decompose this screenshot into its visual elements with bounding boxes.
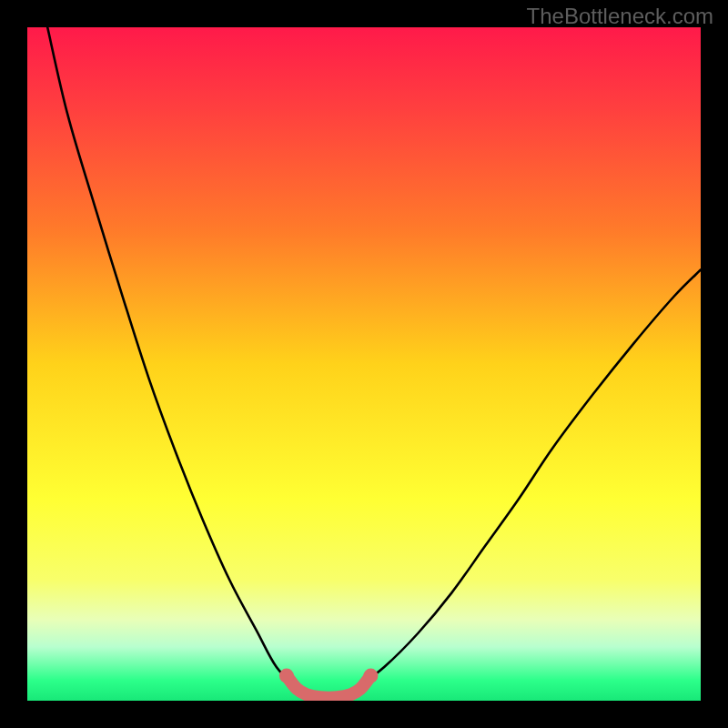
valley-endpoint-dot [279, 669, 294, 683]
valley-endpoint-dot [363, 669, 378, 683]
watermark: TheBottleneck.com [527, 4, 713, 29]
chart-frame: TheBottleneck.com [0, 0, 728, 728]
plot-area [27, 27, 701, 701]
chart-svg [27, 27, 701, 701]
gradient-bg [27, 27, 701, 701]
